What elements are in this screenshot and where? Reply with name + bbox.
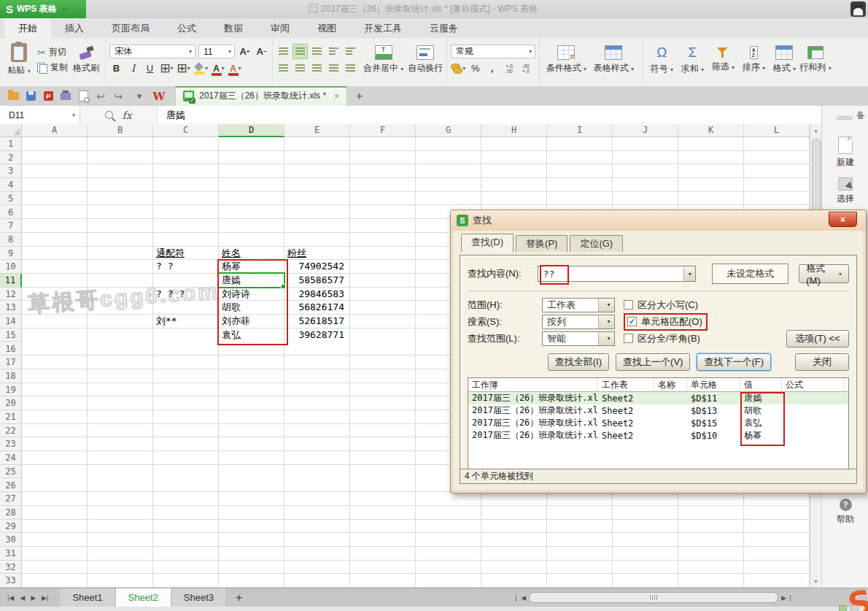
column-header-K[interactable]: K [678, 124, 744, 137]
sum-button[interactable]: Σ 求和 ▾ [677, 45, 708, 75]
scroll-left-icon[interactable]: ◀ [521, 594, 526, 602]
conditional-format-button[interactable]: 条件格式 ▾ [543, 45, 589, 74]
decrease-font-button[interactable]: A− [255, 45, 268, 58]
align-bottom-button[interactable] [310, 45, 324, 58]
ribbon-tab-开始[interactable]: 开始 [4, 18, 51, 38]
row-header-3[interactable]: 3 [0, 164, 21, 178]
row-header-21[interactable]: 21 [0, 410, 21, 424]
ribbon-tab-数据[interactable]: 数据 [210, 18, 257, 38]
row-header-6[interactable]: 6 [0, 206, 21, 220]
find-content-input[interactable]: ?? ▾ [538, 266, 697, 282]
highlight-button[interactable]: A▾ [228, 61, 241, 75]
redo-button[interactable]: ↪ [112, 90, 125, 103]
column-header-D[interactable]: D [219, 124, 284, 137]
row-header-33[interactable]: 33 [0, 574, 21, 588]
column-header-I[interactable]: I [547, 124, 613, 137]
currency-button[interactable]: ▾ [451, 61, 465, 75]
row-header-13[interactable]: 13 [0, 301, 21, 315]
undo-button[interactable]: ↩ [94, 90, 107, 103]
cut-button[interactable]: ✂ 剪切 [37, 46, 68, 58]
row-header-10[interactable]: 10 [0, 260, 21, 274]
row-header-25[interactable]: 25 [0, 465, 21, 479]
column-header-F[interactable]: F [350, 124, 416, 137]
cell-match-checkbox[interactable]: ✓ [627, 317, 637, 326]
row-header-32[interactable]: 32 [0, 561, 21, 575]
row-header-12[interactable]: 12 [0, 288, 21, 301]
ribbon-tab-插入[interactable]: 插入 [51, 18, 98, 38]
column-header-G[interactable]: G [416, 124, 481, 137]
row-header-14[interactable]: 14 [0, 315, 21, 328]
range-select[interactable]: 工作表▾ [542, 298, 615, 312]
distribute-button[interactable] [344, 61, 357, 75]
align-top-button[interactable] [276, 45, 290, 58]
draw-border-button[interactable]: ⊞▾ [177, 61, 190, 75]
dialog-tab-查找(D)[interactable]: 查找(D) [461, 234, 514, 252]
ribbon-tab-页面布局[interactable]: 页面布局 [98, 18, 163, 38]
new-document-button[interactable]: 新建 [822, 137, 868, 169]
open-button[interactable] [7, 90, 20, 103]
bold-button[interactable]: B [109, 61, 123, 75]
dialog-close-button[interactable]: × [829, 212, 857, 227]
find-previous-button[interactable]: 查找上一个(V) [616, 353, 690, 371]
justify-button[interactable] [327, 61, 341, 75]
copy-button[interactable]: 复制 [37, 61, 68, 74]
dialog-tab-替换(P)[interactable]: 替换(P) [516, 235, 567, 252]
formula-input[interactable]: 唐嫣 [158, 106, 821, 124]
paste-button[interactable]: 粘贴 ▾ [4, 43, 34, 77]
name-box[interactable]: D11 ▾ [0, 106, 80, 124]
sheet-tab-Sheet2[interactable]: Sheet2 [116, 588, 171, 607]
row-header-22[interactable]: 22 [0, 424, 21, 438]
row-header-20[interactable]: 20 [0, 396, 21, 410]
match-case-checkbox[interactable] [624, 300, 633, 310]
column-header-J[interactable]: J [613, 124, 678, 137]
row-header-1[interactable]: 1 [0, 137, 21, 151]
row-header-5[interactable]: 5 [0, 192, 21, 206]
align-left-button[interactable] [276, 61, 290, 75]
font-size-select[interactable]: 11▾ [198, 45, 235, 58]
print-preview-button[interactable] [77, 90, 90, 103]
sheet-tab-Sheet1[interactable]: Sheet1 [60, 588, 115, 607]
find-next-button[interactable]: 查找下一个(F) [697, 353, 771, 371]
view-mode-icon[interactable] [839, 605, 847, 611]
scroll-down-icon[interactable]: ▼ [810, 576, 821, 587]
next-sheet-icon[interactable]: ▶ [31, 594, 36, 602]
row-header-31[interactable]: 31 [0, 547, 21, 561]
help-button[interactable]: ? 帮助 [822, 499, 868, 526]
fill-color-button[interactable]: ▾ [193, 61, 208, 75]
ribbon-tab-云服务[interactable]: 云服务 [416, 18, 472, 38]
search-icon[interactable] [105, 111, 113, 119]
symbol-button[interactable]: Ω 符号 ▾ [646, 45, 677, 75]
row-header-27[interactable]: 27 [0, 492, 21, 506]
row-header-30[interactable]: 30 [0, 533, 21, 547]
decrease-indent-button[interactable] [327, 45, 341, 58]
result-row-1[interactable]: 2017届三（26）班录取统计.xlsSheet2$D$11唐嫣 [468, 392, 848, 404]
underline-button[interactable]: U [143, 61, 157, 75]
options-button[interactable]: 选项(T) << [786, 330, 849, 347]
increase-decimal-button[interactable]: +.0.00 [502, 61, 516, 75]
sort-button[interactable]: AZ 排序 ▾ [738, 46, 769, 74]
percent-button[interactable]: % [468, 61, 482, 75]
format-painter-button[interactable]: 格式刷 [71, 45, 101, 74]
add-sheet-button[interactable]: + [227, 588, 251, 607]
column-header-E[interactable]: E [284, 124, 350, 137]
select-all-corner[interactable] [0, 124, 22, 137]
wrap-text-button[interactable]: 自动换行 [408, 45, 443, 74]
row-header-26[interactable]: 26 [0, 479, 21, 493]
rows-cols-button[interactable]: 行和列 ▾ [799, 46, 831, 74]
save-button[interactable] [24, 90, 37, 103]
user-avatar[interactable] [850, 1, 866, 17]
horizontal-scrollbar[interactable]: | ◀ ▶ | [515, 588, 868, 607]
document-tab[interactable]: 2017届三（26）班录取统计.xls * × [175, 86, 347, 106]
comma-style-button[interactable]: , [485, 61, 499, 75]
sheet-tab-Sheet3[interactable]: Sheet3 [171, 588, 227, 607]
export-pdf-button[interactable]: P [42, 90, 55, 103]
last-sheet-icon[interactable]: ▶| [42, 594, 48, 602]
row-header-16[interactable]: 16 [0, 342, 21, 356]
row-header-15[interactable]: 15 [0, 328, 21, 342]
column-header-B[interactable]: B [88, 124, 153, 137]
wps-writer-icon[interactable]: W [152, 90, 166, 103]
italic-button[interactable]: I [126, 61, 140, 75]
row-header-9[interactable]: 9 [0, 247, 21, 261]
insert-function-button[interactable]: fx [122, 109, 131, 121]
find-all-button[interactable]: 查找全部(I) [548, 353, 609, 371]
